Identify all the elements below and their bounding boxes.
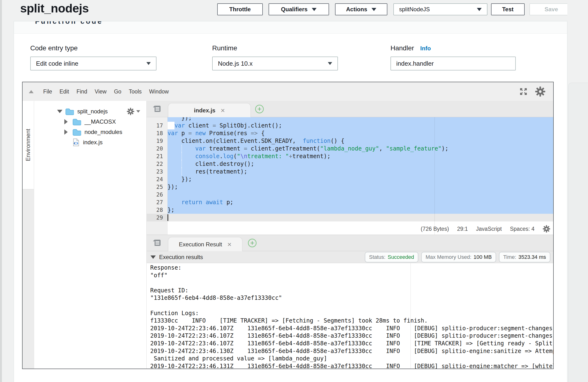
tree-item-label: split_nodejs — [77, 108, 108, 115]
add-tab-icon[interactable]: + — [255, 105, 264, 113]
tree-item-label: index.js — [83, 139, 103, 146]
editor-main: index.js × + (726 Bytes) 29:1 JavaScript… — [147, 101, 553, 369]
print-margin-line — [410, 263, 411, 369]
code-tabbar: index.js × + — [147, 101, 553, 117]
code-line-22[interactable]: 22 client.destroy(); — [147, 160, 553, 168]
handler-input[interactable] — [391, 57, 516, 71]
line-number: 20 — [147, 145, 167, 153]
line-number: 28 — [147, 206, 167, 214]
close-icon[interactable]: × — [221, 107, 225, 114]
line-number: 29 — [147, 214, 167, 221]
runtime-select[interactable]: Node.js 10.x — [212, 57, 338, 71]
gear-icon[interactable] — [543, 225, 550, 233]
caret-right-icon[interactable] — [64, 129, 68, 135]
collapse-panel-icon[interactable] — [29, 90, 34, 93]
lambda-console-page: split_nodejs Throttle Qualifiers Actions… — [0, 0, 588, 382]
window-left-edge — [0, 0, 2, 382]
code-entry-type-select[interactable]: Edit code inline — [30, 57, 156, 71]
qualifiers-button-label: Qualifiers — [281, 6, 308, 13]
caret-right-icon[interactable] — [64, 119, 68, 124]
code-line-23[interactable]: 23 res(treatment); — [147, 168, 553, 175]
tab-execution-result[interactable]: Execution Result × — [168, 237, 242, 251]
code-line-25[interactable]: 25}); — [147, 183, 553, 191]
clipped-section-heading: Function code — [35, 21, 103, 25]
line-number: 27 — [147, 198, 167, 206]
chevron-down-icon — [328, 62, 332, 65]
save-button[interactable]: Save — [529, 3, 573, 15]
badge-status-: Status:Succeeded — [365, 252, 419, 262]
line-number: 19 — [147, 137, 167, 145]
menu-file[interactable]: File — [41, 87, 54, 96]
tab-index-js[interactable]: index.js × — [168, 103, 251, 117]
code-line-17[interactable]: 17 var client = SplitObj.client(); — [147, 122, 553, 129]
chevron-down-icon — [477, 8, 482, 11]
test-button[interactable]: Test — [491, 3, 525, 15]
handler-info-link[interactable]: Info — [420, 45, 431, 52]
code-area[interactable]: (726 Bytes) 29:1 JavaScript Spaces: 4 })… — [147, 117, 553, 235]
menu-find[interactable]: Find — [75, 87, 89, 96]
gear-icon[interactable] — [535, 86, 546, 97]
throttle-button[interactable]: Throttle — [217, 3, 263, 15]
tree-item--macosx[interactable]: __MACOSX — [34, 116, 147, 127]
tree-item-label: node_modules — [84, 129, 122, 135]
menu-tools[interactable]: Tools — [127, 87, 144, 96]
qualifiers-button[interactable]: Qualifiers — [269, 3, 329, 15]
menu-window[interactable]: Window — [147, 87, 171, 96]
alias-selected-value: splitNodeJS — [399, 6, 430, 13]
text-cursor — [168, 214, 168, 221]
line-number: 25 — [147, 183, 167, 191]
editor-body: Environment split_nodejs__MACOSXnode_mod… — [22, 101, 553, 369]
environment-tab-label: Environment — [25, 129, 32, 161]
tree-item-node-modules[interactable]: node_modules — [34, 127, 147, 137]
code-line-27[interactable]: 27 return await p; — [147, 198, 553, 206]
chevron-down-icon — [147, 62, 151, 65]
menu-go[interactable]: Go — [112, 87, 123, 96]
code-line-26[interactable]: 26 — [147, 191, 553, 198]
badge-time-: Time:3523.34 ms — [499, 252, 550, 262]
page-right-gutter — [567, 0, 588, 382]
tree-item-label: __MACOSX — [84, 118, 116, 125]
code-line-19[interactable]: 19 client.on(client.Event.SDK_READY, fun… — [147, 137, 553, 145]
tab-execution-result-label: Execution Result — [179, 241, 222, 248]
tree-settings-gear-icon[interactable] — [127, 108, 140, 115]
collapse-results-icon[interactable] — [150, 255, 156, 259]
execution-results-output[interactable]: Response: "off" Request ID: "131e865f-6e… — [147, 263, 553, 369]
language-mode[interactable]: JavaScript — [476, 226, 502, 232]
runtime-label: Runtime — [212, 44, 237, 52]
fullscreen-icon[interactable] — [519, 87, 528, 96]
actions-button-label: Actions — [346, 6, 367, 13]
code-line-16[interactable]: }); — [147, 117, 553, 122]
environment-tab[interactable]: Environment — [22, 101, 34, 189]
tab-list-icon[interactable] — [152, 239, 161, 248]
code-line-20[interactable]: 20 var treatment = client.getTreatment("… — [147, 145, 553, 153]
print-margin-line — [434, 117, 435, 235]
cloud9-editor: FileEditFindViewGoToolsWindow Environmen… — [22, 82, 554, 369]
menubar-right-icons — [519, 86, 546, 97]
folder-icon — [72, 129, 81, 136]
code-line-18[interactable]: 18var p = new Promise(res => { — [147, 129, 553, 137]
line-number: 17 — [147, 122, 167, 129]
code-line-24[interactable]: 24 }); — [147, 175, 553, 183]
code-line-28[interactable]: 28}; — [147, 206, 553, 214]
tab-list-icon[interactable] — [152, 105, 161, 114]
js-file-icon — [72, 138, 80, 146]
badge-max-memory-used-: Max Memory Used:100 MB — [421, 252, 496, 262]
code-line-29[interactable]: 29 — [147, 214, 553, 221]
code-line-21[interactable]: 21 console.log("\ntreatment: "+treatment… — [147, 153, 553, 160]
indent-setting[interactable]: Spaces: 4 — [510, 226, 534, 232]
line-number: 23 — [147, 168, 167, 175]
line-number: 18 — [147, 129, 167, 137]
alias-select[interactable]: splitNodeJS — [393, 3, 487, 15]
line-number: 22 — [147, 160, 167, 168]
menu-edit[interactable]: Edit — [58, 87, 71, 96]
cursor-position[interactable]: 29:1 — [457, 226, 468, 232]
close-icon[interactable]: × — [227, 241, 231, 248]
caret-down-icon[interactable] — [57, 110, 63, 113]
tree-item-index-js[interactable]: index.js — [34, 137, 147, 147]
actions-button[interactable]: Actions — [335, 3, 387, 15]
add-tab-icon[interactable]: + — [248, 239, 256, 247]
result-badges: Status:SucceededMax Memory Used:100 MBTi… — [365, 252, 550, 262]
log-text: Response: "off" Request ID: "131e865f-6e… — [147, 263, 553, 369]
menu-view[interactable]: View — [93, 87, 108, 96]
handler-label: HandlerInfo — [391, 44, 431, 52]
